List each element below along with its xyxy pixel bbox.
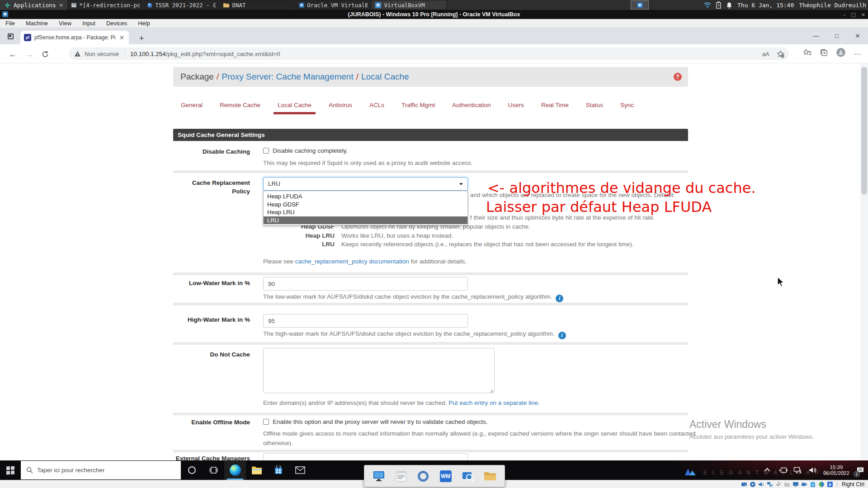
menu-help[interactable]: Help xyxy=(138,20,150,27)
info-icon[interactable]: i xyxy=(556,295,563,302)
host-window-button-vbox-vm[interactable]: VirtualBoxVM xyxy=(372,0,447,10)
favorites-bar-icon[interactable] xyxy=(803,49,811,56)
usb-icon[interactable] xyxy=(775,481,782,488)
magnifier-app-icon[interactable] xyxy=(460,469,476,484)
cache-replacement-policy-select[interactable]: LRU xyxy=(263,177,468,191)
recording-icon[interactable] xyxy=(801,481,807,488)
url-path[interactable]: /pkg_edit.php?xml=squid_cache.xml&id=0 xyxy=(166,51,280,57)
browser-close-button[interactable]: ✕ xyxy=(847,28,868,43)
tab-local-cache[interactable]: Local Cache xyxy=(278,102,311,108)
start-button[interactable] xyxy=(0,460,21,480)
tab-acls[interactable]: ACLs xyxy=(369,102,384,108)
browser-scrollbar[interactable] xyxy=(860,63,868,460)
offline-mode-checkbox[interactable] xyxy=(263,419,269,425)
tab-traffic-mgmt[interactable]: Traffic Mgmt xyxy=(401,102,435,108)
tab-real-time[interactable]: Real Time xyxy=(541,102,569,108)
edge-taskbar-button[interactable] xyxy=(224,460,246,480)
tab-users[interactable]: Users xyxy=(508,102,524,108)
optical-drive-icon[interactable] xyxy=(750,481,756,488)
menu-machine[interactable]: Machine xyxy=(26,20,48,27)
menu-view[interactable]: View xyxy=(59,20,71,27)
mail-button[interactable] xyxy=(289,460,311,480)
host-username[interactable]: Théophile Dudreuilh xyxy=(799,2,866,9)
microsoft-store-button[interactable] xyxy=(268,460,289,480)
tab-actions-button[interactable] xyxy=(5,31,16,42)
resize-grip-icon[interactable] xyxy=(489,389,493,393)
collections-icon[interactable] xyxy=(820,49,828,56)
tray-clock[interactable]: 15:39 06/01/2022 xyxy=(820,465,853,476)
high-water-input[interactable] xyxy=(263,314,468,328)
notifications-bell-icon[interactable] xyxy=(726,2,732,9)
menu-input[interactable]: Input xyxy=(82,20,95,27)
browser-minimize-button[interactable]: — xyxy=(806,28,826,43)
browser-menu-dots[interactable]: … xyxy=(854,48,862,56)
disable-caching-checkbox[interactable] xyxy=(263,148,269,154)
host-window-button-vbox-manager[interactable]: Oracle VM VirtualBox… xyxy=(296,0,371,10)
vbox-close-button[interactable]: × xyxy=(861,12,865,18)
external-cache-managers-input[interactable] xyxy=(263,453,468,460)
add-favorite-star-icon[interactable] xyxy=(777,50,784,58)
menu-file[interactable]: File xyxy=(5,20,15,27)
shared-clipboard-icon[interactable]: V xyxy=(810,481,816,488)
tab-remote-cache[interactable]: Remote Cache xyxy=(220,102,260,108)
display-app-icon[interactable] xyxy=(371,469,387,484)
do-not-cache-textarea[interactable] xyxy=(263,348,495,393)
option-lru-selected[interactable]: LRU xyxy=(264,216,467,225)
battery-icon[interactable] xyxy=(716,1,721,9)
download-arrow-icon[interactable] xyxy=(827,481,833,488)
translate-icon[interactable]: aA xyxy=(762,51,769,57)
back-button[interactable]: ← xyxy=(6,48,19,61)
host-window-button-dnat[interactable]: DNAT xyxy=(220,0,295,10)
tray-network-icon[interactable] xyxy=(790,467,805,474)
tray-battery-icon[interactable] xyxy=(775,467,790,473)
display-icon[interactable] xyxy=(793,481,799,488)
breadcrumb-link-local-cache[interactable]: Local Cache xyxy=(361,72,409,81)
vbox-restore-button[interactable]: □ xyxy=(851,12,855,18)
breadcrumb-link-package[interactable]: Proxy Server: Cache Management xyxy=(222,72,353,81)
tab-close-icon[interactable]: ✕ xyxy=(118,34,125,41)
forward-button[interactable]: → xyxy=(23,48,35,61)
hard-disk-icon[interactable] xyxy=(741,481,747,488)
browser-tab-active[interactable]: pf pfSense.home.arpa - Package: Pr ✕ xyxy=(20,31,129,44)
scrollbar-thumb[interactable] xyxy=(861,67,867,195)
mouse-integration-icon[interactable] xyxy=(818,481,825,488)
vbox-minimize-button[interactable]: – xyxy=(843,12,846,18)
audio-icon[interactable] xyxy=(758,481,764,488)
browser-restore-button[interactable]: □ xyxy=(826,28,847,43)
search-input[interactable] xyxy=(37,467,164,474)
ring-app-icon[interactable] xyxy=(415,469,431,484)
wifi-icon[interactable] xyxy=(704,2,711,8)
option-heap-gdsf[interactable]: Heap GDSF xyxy=(264,201,467,209)
tab-sync[interactable]: Sync xyxy=(620,102,634,108)
shared-folders-icon[interactable] xyxy=(784,481,790,488)
menu-devices[interactable]: Devices xyxy=(106,20,127,27)
info-icon[interactable]: i xyxy=(558,332,566,339)
profile-avatar[interactable] xyxy=(836,48,845,57)
option-heap-lru[interactable]: Heap LRU xyxy=(264,208,467,216)
taskbar-search[interactable] xyxy=(21,461,181,479)
wm-app-icon[interactable]: WM xyxy=(438,469,453,484)
refresh-button[interactable] xyxy=(39,48,52,61)
host-clock[interactable]: Thu 6 Jan, 15:40 xyxy=(737,2,794,9)
file-explorer-button[interactable] xyxy=(246,460,268,480)
tray-volume-icon[interactable] xyxy=(805,467,820,474)
low-water-input[interactable] xyxy=(263,277,468,291)
tab-antivirus[interactable]: Antivirus xyxy=(329,102,352,108)
action-center-button[interactable]: 2 xyxy=(853,460,868,480)
tab-authentication[interactable]: Authentication xyxy=(452,102,491,108)
cortana-button[interactable] xyxy=(181,460,203,480)
option-heap-lfuda[interactable]: Heap LFUDA xyxy=(264,192,467,201)
security-label[interactable]: Non sécurisé xyxy=(85,51,119,57)
host-window-button-browser[interactable]: TSSR 2021-2022 - Goo… xyxy=(144,0,219,10)
tab-general[interactable]: General xyxy=(181,102,203,108)
task-view-button[interactable] xyxy=(203,460,224,480)
tray-virtualbox-icon[interactable] xyxy=(631,0,649,9)
new-tab-button[interactable]: + xyxy=(135,32,148,45)
host-window-button-editor[interactable]: *[4-redirection-port… xyxy=(68,0,143,10)
help-question-icon[interactable]: ? xyxy=(674,73,682,81)
folder-app-icon[interactable] xyxy=(482,469,498,484)
documentation-link[interactable]: cache_replacement_policy documentation xyxy=(295,258,409,265)
notes-app-icon[interactable] xyxy=(393,469,409,484)
url-domain[interactable]: 10.100.1.254 xyxy=(130,51,166,57)
tab-status[interactable]: Status xyxy=(586,102,603,108)
